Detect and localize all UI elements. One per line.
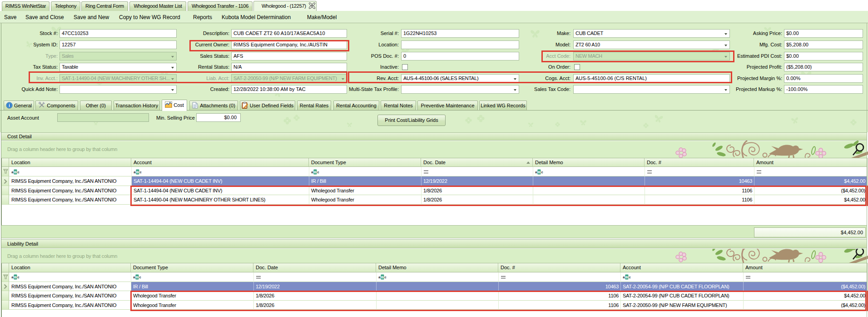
svg-text:c: c [385,275,387,279]
svg-text:a: a [133,275,135,279]
svg-text:c: c [18,170,20,174]
svg-text:B: B [538,170,541,174]
svg-text:a: a [134,170,136,174]
svg-text:B: B [14,275,17,279]
svg-text:a: a [378,275,381,279]
svg-text:B: B [136,170,139,174]
svg-text:i: i [9,103,10,108]
svg-text:a: a [11,275,14,279]
svg-text:c: c [18,275,20,279]
svg-text:a: a [11,170,14,174]
svg-text:B: B [314,170,317,174]
svg-text:c: c [317,170,319,174]
svg-text:c: c [629,275,631,279]
svg-text:a: a [623,275,625,279]
svg-text:B: B [14,170,17,174]
svg-text:B: B [625,275,628,279]
svg-text:c: c [140,170,142,174]
svg-text:B: B [136,275,139,279]
svg-text:a: a [311,170,313,174]
svg-text:c: c [541,170,543,174]
svg-text:a: a [535,170,537,174]
svg-text:B: B [381,275,384,279]
svg-text:c: c [139,275,141,279]
